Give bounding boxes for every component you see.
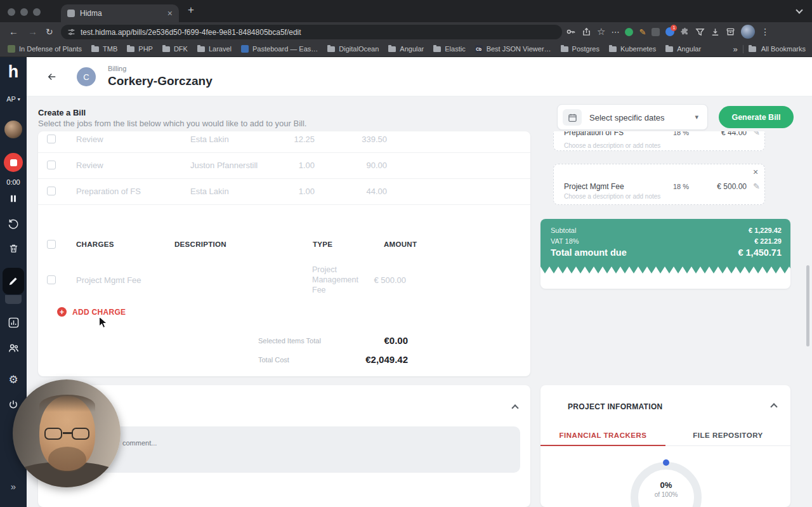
bookmark-item[interactable]: Angular bbox=[388, 45, 424, 53]
bookmark-label: Angular bbox=[677, 45, 701, 53]
edit-pencil-icon[interactable]: ✎ bbox=[753, 181, 760, 191]
job-checkbox[interactable] bbox=[47, 161, 56, 169]
total-cost-value: €2,049.42 bbox=[325, 354, 408, 365]
tab-financial-trackers[interactable]: FINANCIAL TRACKERS bbox=[540, 425, 665, 446]
collapse-chevron-icon[interactable] bbox=[770, 403, 777, 410]
bookmark-item[interactable]: PHP bbox=[127, 45, 153, 53]
charge-amount: € 500.00 bbox=[355, 275, 406, 285]
restart-icon bbox=[8, 218, 19, 230]
pencil-icon bbox=[8, 275, 19, 287]
job-checkbox[interactable] bbox=[47, 135, 56, 143]
back-button[interactable] bbox=[46, 71, 58, 85]
settings-button[interactable]: ⚙ bbox=[0, 373, 27, 386]
webcam-video[interactable] bbox=[13, 379, 121, 487]
progress-percent: 0% bbox=[634, 480, 698, 490]
reload-icon[interactable]: ↻ bbox=[46, 26, 53, 37]
pause-button[interactable] bbox=[0, 194, 27, 204]
back-icon[interactable]: ← bbox=[9, 26, 18, 37]
scrollbar-thumb[interactable] bbox=[806, 265, 809, 346]
tab-close-icon[interactable]: × bbox=[167, 9, 173, 18]
extensions-puzzle-icon[interactable] bbox=[680, 27, 690, 37]
site-settings-tune-icon[interactable] bbox=[67, 28, 75, 36]
password-key-icon[interactable] bbox=[566, 27, 576, 37]
bookmark-label: DigitalOcean bbox=[339, 45, 379, 53]
webcam-glasses-left bbox=[44, 428, 62, 440]
bookmark-item[interactable]: CbBest JSON Viewer… bbox=[475, 45, 551, 53]
reports-nav-button[interactable] bbox=[0, 317, 27, 329]
tab-search-chevron-icon[interactable] bbox=[796, 6, 802, 13]
window-minimize-button[interactable] bbox=[20, 8, 28, 16]
download-icon[interactable] bbox=[710, 27, 720, 37]
job-checkbox[interactable] bbox=[47, 187, 56, 195]
folder-icon bbox=[609, 46, 617, 52]
delete-button[interactable] bbox=[0, 243, 27, 254]
sidebar-expand-button[interactable]: » bbox=[0, 481, 27, 492]
draw-tool-active[interactable] bbox=[3, 268, 24, 294]
bookmark-item[interactable]: Elastic bbox=[433, 45, 465, 53]
ext-disabled-icon[interactable] bbox=[652, 28, 660, 36]
record-stop-button[interactable] bbox=[0, 153, 27, 172]
bookmark-item[interactable]: In Defense of Plants bbox=[8, 45, 82, 53]
bookmark-item[interactable]: Kubernetes bbox=[609, 45, 656, 53]
browser-profile-avatar[interactable] bbox=[741, 25, 755, 39]
add-charge-plus-icon[interactable]: + bbox=[57, 307, 67, 317]
bill-item-vat: 18 % bbox=[673, 131, 689, 136]
comment-input[interactable] bbox=[53, 426, 520, 473]
bill-item-note[interactable]: Choose a description or add notes bbox=[564, 142, 660, 149]
collapse-chevron-icon[interactable] bbox=[511, 404, 518, 411]
ext-pencil-icon[interactable]: ✎ bbox=[639, 27, 646, 37]
archive-box-icon[interactable] bbox=[726, 27, 735, 37]
window-zoom-button[interactable] bbox=[33, 8, 41, 16]
bill-item-name: Project Mgmt Fee bbox=[564, 182, 624, 191]
forward-icon[interactable]: → bbox=[28, 26, 37, 37]
window-close-button[interactable] bbox=[8, 8, 15, 16]
charge-checkbox[interactable] bbox=[47, 275, 56, 284]
bookmark-item[interactable]: Laravel bbox=[197, 45, 232, 53]
tab-file-repository[interactable]: FILE REPOSITORY bbox=[665, 425, 790, 446]
account-switcher[interactable]: AP▾ bbox=[0, 95, 27, 103]
user-avatar[interactable] bbox=[0, 121, 27, 138]
bookmarks-overflow-icon[interactable]: » bbox=[733, 44, 737, 54]
browser-menu-icon[interactable]: ⋮ bbox=[761, 27, 769, 37]
webcam-hair bbox=[39, 395, 95, 416]
bookmark-label: DFK bbox=[174, 45, 188, 53]
ext-green-icon[interactable] bbox=[625, 28, 633, 36]
webcam-glasses-right bbox=[72, 428, 89, 440]
all-bookmarks-label[interactable]: All Bookmarks bbox=[761, 45, 806, 53]
bookmark-item[interactable]: Pasteboard — Eas… bbox=[241, 45, 318, 53]
hidma-logo[interactable]: h bbox=[0, 62, 27, 82]
add-charge-button[interactable]: ADD CHARGE bbox=[72, 308, 126, 317]
filter-funnel-icon[interactable] bbox=[695, 27, 705, 37]
project-tabs: FINANCIAL TRACKERS FILE REPOSITORY bbox=[540, 425, 790, 446]
folder-icon bbox=[665, 46, 673, 52]
bookmark-item[interactable]: DFK bbox=[162, 45, 188, 53]
generate-bill-button[interactable]: Generate Bill bbox=[719, 106, 794, 128]
bookmark-label: Kubernetes bbox=[620, 45, 656, 53]
restart-button[interactable] bbox=[0, 218, 27, 230]
tool-slot[interactable] bbox=[5, 295, 22, 304]
ext-badged-icon[interactable]: 1 bbox=[665, 27, 674, 36]
bookmark-item[interactable]: Angular bbox=[665, 45, 701, 53]
charges-select-all-checkbox[interactable] bbox=[47, 240, 56, 249]
bookmark-star-icon[interactable]: ☆ bbox=[597, 26, 605, 37]
bookmark-item[interactable]: TMB bbox=[91, 45, 117, 53]
total-cost-label: Total Cost bbox=[258, 356, 289, 364]
bookmark-item[interactable]: DigitalOcean bbox=[327, 45, 379, 53]
url-text[interactable]: test.hidma.app/bills/2e536d50-f699-4fee-… bbox=[81, 28, 301, 37]
share-icon[interactable] bbox=[582, 27, 591, 37]
bookmark-label: TMB bbox=[103, 45, 117, 53]
extensions-more-icon[interactable]: ⋯ bbox=[611, 27, 619, 37]
edit-pencil-icon[interactable]: ✎ bbox=[753, 131, 760, 137]
address-bar[interactable]: test.hidma.app/bills/2e536d50-f699-4fee-… bbox=[61, 25, 562, 39]
new-tab-button[interactable]: + bbox=[188, 4, 194, 16]
bookmark-item[interactable]: Postgres bbox=[561, 45, 599, 53]
tab-favicon-icon bbox=[67, 10, 75, 17]
remove-item-icon[interactable]: × bbox=[753, 167, 758, 177]
row-divider bbox=[38, 152, 530, 153]
team-nav-button[interactable] bbox=[0, 342, 27, 354]
date-filter-dropdown[interactable]: Select specific dates ▾ bbox=[557, 104, 708, 130]
client-avatar: C bbox=[77, 67, 96, 86]
browser-tab[interactable]: Hidma × bbox=[61, 4, 179, 22]
bill-item-note[interactable]: Choose a description or add notes bbox=[564, 193, 660, 200]
job-amount: 90.00 bbox=[343, 161, 387, 170]
